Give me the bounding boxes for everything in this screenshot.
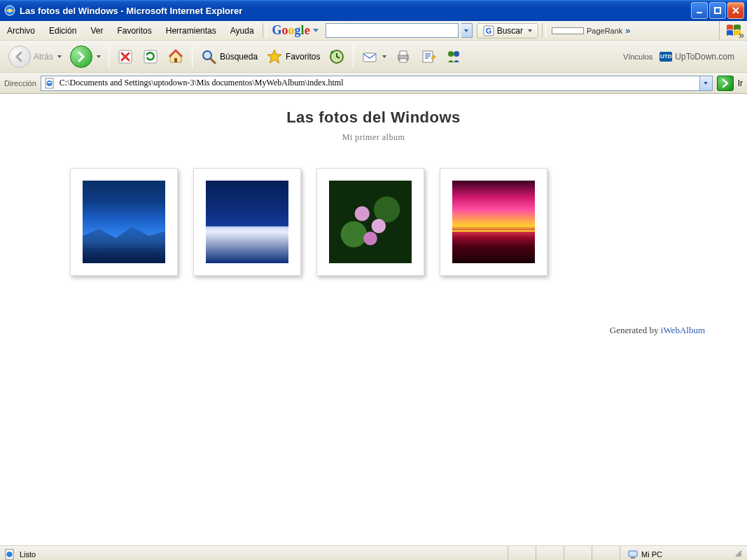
page-subtitle: Mi primer album <box>28 132 719 143</box>
address-dropdown[interactable] <box>699 76 712 90</box>
svg-point-15 <box>448 51 454 57</box>
messenger-icon <box>445 48 462 65</box>
favorites-button[interactable]: Favoritos <box>262 46 324 68</box>
security-zone[interactable]: Mi PC <box>620 546 732 560</box>
address-box <box>41 76 713 91</box>
thumbnail-sunset[interactable] <box>440 168 547 276</box>
google-buscar-label: Buscar <box>497 26 523 36</box>
links-label: Vínculos <box>623 52 652 61</box>
search-label: Búsqueda <box>220 52 258 62</box>
thumbnail-image <box>329 181 412 263</box>
menu-favoritos[interactable]: Favoritos <box>110 21 158 40</box>
go-button[interactable] <box>717 76 734 91</box>
caret-down-icon <box>528 29 532 32</box>
pagerank-label: PageRank <box>587 27 622 35</box>
google-search-input[interactable] <box>326 23 459 38</box>
back-arrow-icon <box>8 46 31 68</box>
search-button[interactable]: Búsqueda <box>196 46 262 68</box>
print-icon <box>395 48 412 65</box>
link-uptodown[interactable]: UTD UpToDown.com <box>657 50 737 63</box>
window-title: Las fotos del Windows - Microsoft Intern… <box>20 6 691 16</box>
address-input[interactable] <box>58 76 699 90</box>
link-uptodown-label: UpToDown.com <box>675 52 734 62</box>
thumbnail-winter[interactable] <box>193 168 301 276</box>
status-bar: Listo Mi PC <box>0 545 747 560</box>
status-text: Listo <box>20 550 36 559</box>
edit-button[interactable] <box>416 46 441 68</box>
menu-herramientas[interactable]: Herramientas <box>159 21 223 40</box>
google-logo-button[interactable]: Google <box>268 21 323 40</box>
menu-ayuda[interactable]: Ayuda <box>223 21 261 40</box>
page-title: Las fotos del Windows <box>28 108 719 127</box>
mail-icon <box>361 48 378 65</box>
svg-rect-7 <box>174 58 177 62</box>
svg-rect-14 <box>423 51 433 62</box>
caret-down-icon <box>313 29 319 32</box>
history-button[interactable] <box>324 46 349 68</box>
close-button[interactable] <box>727 2 744 19</box>
status-panel-2 <box>536 546 564 560</box>
refresh-icon <box>142 48 159 65</box>
maximize-button[interactable] <box>709 2 726 19</box>
status-panel-1 <box>508 546 536 560</box>
thumbnail-water-lilies[interactable] <box>316 168 424 276</box>
pagerank-button[interactable]: PageRank » <box>547 21 635 40</box>
svg-rect-12 <box>400 51 407 55</box>
refresh-button[interactable] <box>138 46 163 68</box>
menu-ver[interactable]: Ver <box>83 21 110 40</box>
caret-down-icon <box>97 55 101 58</box>
ie-icon <box>4 5 15 16</box>
address-bar: Dirección Ir <box>0 73 747 94</box>
back-button[interactable]: Atrás <box>4 43 66 71</box>
thumbnail-blue-hills[interactable] <box>70 168 178 276</box>
print-button[interactable] <box>391 46 416 68</box>
toolbar-overflow-icon[interactable]: » <box>625 25 630 36</box>
search-icon <box>200 48 217 65</box>
generated-prefix: Generated by <box>610 325 661 335</box>
generated-link[interactable]: iWebAlbum <box>661 325 705 335</box>
uptodown-badge-icon: UTD <box>659 52 672 62</box>
stop-icon <box>117 48 134 65</box>
svg-text:G: G <box>485 27 491 35</box>
status-panel-4 <box>592 546 620 560</box>
stop-button[interactable] <box>113 46 138 68</box>
google-buscar-button[interactable]: G Buscar <box>477 23 538 38</box>
menu-edicion[interactable]: Edición <box>42 21 83 40</box>
minimize-button[interactable] <box>691 2 708 19</box>
svg-rect-13 <box>400 59 407 62</box>
address-label: Dirección <box>4 79 36 88</box>
menu-bar: Archivo Edición Ver Favoritos Herramient… <box>0 21 747 41</box>
thumbnail-image <box>83 181 165 263</box>
page-icon <box>44 78 55 89</box>
thumbnail-grid <box>28 168 719 276</box>
google-search-dropdown[interactable] <box>461 23 473 38</box>
thumbnail-image <box>206 181 288 263</box>
history-icon <box>328 48 345 65</box>
forward-button[interactable] <box>66 43 105 71</box>
links-bar: Vínculos UTD UpToDown.com <box>617 50 743 63</box>
messenger-button[interactable] <box>441 46 466 68</box>
thumbnail-image <box>452 181 535 263</box>
pagerank-bar-icon <box>552 27 584 34</box>
home-button[interactable] <box>163 46 188 68</box>
back-label: Atrás <box>34 52 53 62</box>
svg-rect-2 <box>715 8 720 13</box>
title-bar: Las fotos del Windows - Microsoft Intern… <box>0 0 747 21</box>
caret-down-icon <box>382 55 386 58</box>
mail-button[interactable] <box>357 46 391 68</box>
status-panel-3 <box>564 546 592 560</box>
zone-label: Mi PC <box>641 550 662 559</box>
page-done-icon <box>4 549 15 560</box>
nav-toolbar: » Atrás Búsqueda Favoritos <box>0 41 747 73</box>
forward-arrow-icon <box>70 46 92 68</box>
generated-by: Generated by iWebAlbum <box>28 325 719 336</box>
svg-rect-1 <box>697 12 702 13</box>
star-icon <box>266 48 283 65</box>
resize-grip[interactable] <box>732 550 743 559</box>
svg-point-16 <box>454 51 459 57</box>
chevron-overflow-icon[interactable]: » <box>739 29 744 41</box>
caret-down-icon <box>57 55 62 58</box>
edit-icon <box>420 48 437 65</box>
svg-point-20 <box>7 552 13 557</box>
menu-archivo[interactable]: Archivo <box>0 21 42 40</box>
